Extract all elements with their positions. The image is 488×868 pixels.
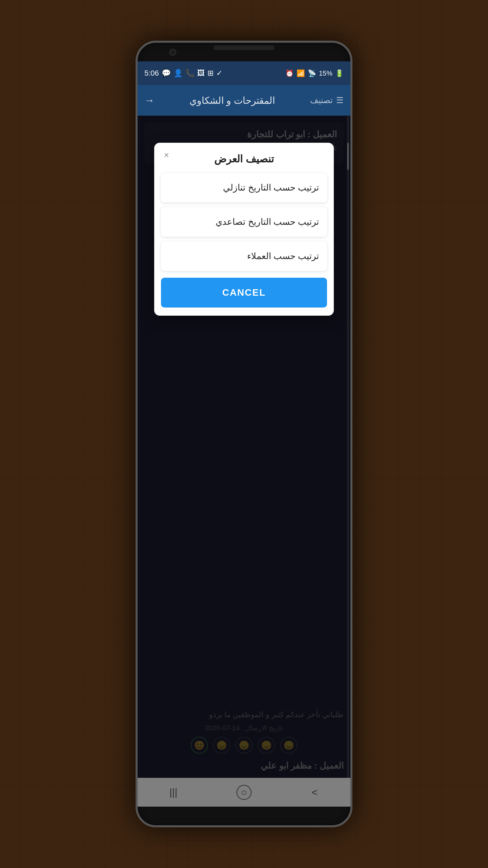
back-icon[interactable]: → [144, 95, 155, 106]
time-display: 5:06 [144, 69, 159, 78]
battery-icon: 🔋 [335, 69, 344, 77]
volume-up-button[interactable] [351, 178, 352, 205]
cancel-button[interactable]: CANCEL [161, 278, 327, 308]
header-title: المقترحات و الشكاوي [189, 95, 276, 106]
person-icon: 👤 [174, 69, 183, 78]
phone-frame: 5:06 💬 👤 📞 🖼 ⊞ ✓ ⏰ 📶 📡 15% 🔋 ☰ تصنيف [136, 41, 352, 827]
battery-display: 15% [319, 70, 332, 77]
volume-down-button[interactable] [351, 216, 352, 243]
check-icon: ✓ [216, 69, 222, 78]
alarm-icon: ⏰ [285, 69, 294, 77]
wifi-icon: 📶 [297, 69, 305, 77]
header-filter-area[interactable]: ☰ تصنيف [310, 96, 344, 105]
filter-label[interactable]: تصنيف [310, 96, 333, 105]
camera-dot [169, 49, 176, 56]
status-right: ⏰ 📶 📡 15% 🔋 [285, 69, 344, 77]
sort-customer-label: ترتيب حسب العملاء [247, 251, 319, 261]
modal-overlay: × تنصيف العرض ترتيب حسب التاريخ تنازلي ت… [138, 116, 350, 807]
filter-icon: ☰ [336, 96, 344, 105]
phone-screen: 5:06 💬 👤 📞 🖼 ⊞ ✓ ⏰ 📶 📡 15% 🔋 ☰ تصنيف [138, 61, 350, 807]
sort-date-desc-option[interactable]: ترتيب حسب التاريخ تنازلي [161, 173, 327, 202]
whatsapp-icon: 💬 [162, 69, 171, 78]
app-header: ☰ تصنيف المقترحات و الشكاوي → [138, 85, 350, 116]
status-left: 5:06 💬 👤 📞 🖼 ⊞ ✓ [144, 69, 222, 78]
sort-date-asc-option[interactable]: ترتيب حسب التاريخ تصاعدي [161, 207, 327, 237]
signal-icon: 📡 [308, 69, 316, 77]
close-icon: × [164, 150, 169, 160]
sort-date-desc-label: ترتيب حسب التاريخ تنازلي [223, 182, 319, 193]
phone-icon: 📞 [185, 69, 195, 78]
modal-close-button[interactable]: × [160, 148, 173, 162]
sort-customer-option[interactable]: ترتيب حسب العملاء [161, 241, 327, 271]
image-icon: 🖼 [197, 69, 205, 78]
modal-title: تنصيف العرض [161, 153, 327, 165]
status-bar: 5:06 💬 👤 📞 🖼 ⊞ ✓ ⏰ 📶 📡 15% 🔋 [138, 61, 350, 85]
sort-modal: × تنصيف العرض ترتيب حسب التاريخ تنازلي ت… [154, 143, 334, 316]
sort-date-asc-label: ترتيب حسب التاريخ تصاعدي [216, 217, 319, 227]
cancel-label: CANCEL [222, 287, 266, 298]
grid-icon: ⊞ [207, 69, 214, 78]
